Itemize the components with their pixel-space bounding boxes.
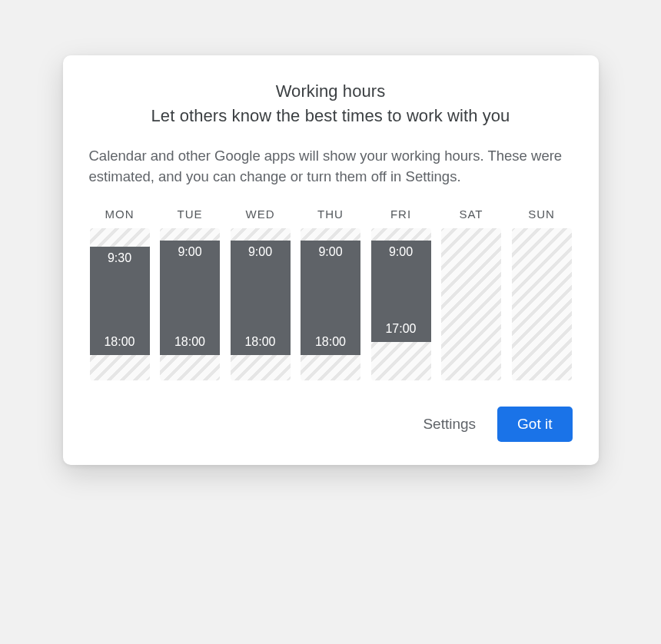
work-end-time: 18:00 [301,335,360,349]
day-label: MON [105,207,135,221]
work-end-time: 18:00 [90,335,150,349]
working-hours-block: 9:00 18:00 [301,241,360,355]
week-schedule: MON 9:30 18:00 TUE 9:00 18:00 WED [89,207,573,380]
work-end-time: 17:00 [371,322,431,336]
work-start-time: 9:00 [301,245,360,259]
day-bar [441,228,501,380]
day-label: SAT [459,207,483,221]
day-column-sat: SAT [440,207,502,380]
dialog-description: Calendar and other Google apps will show… [89,146,573,188]
day-label: FRI [390,207,411,221]
day-column-wed: WED 9:00 18:00 [230,207,291,380]
work-start-time: 9:30 [90,251,150,265]
working-hours-dialog: Working hours Let others know the best t… [63,55,599,465]
work-end-time: 18:00 [231,335,291,349]
day-label: WED [246,207,275,221]
day-column-fri: FRI 9:00 17:00 [370,207,432,380]
work-start-time: 9:00 [231,245,291,259]
dialog-subtitle: Let others know the best times to work w… [89,106,573,126]
day-bar: 9:00 18:00 [160,228,220,380]
day-label: THU [317,207,344,221]
dialog-actions: Settings Got it [89,407,573,442]
dialog-title: Working hours [89,81,573,101]
day-bar: 9:00 17:00 [371,228,431,380]
day-label: TUE [178,207,203,221]
day-column-mon: MON 9:30 18:00 [89,207,151,380]
work-end-time: 18:00 [160,335,220,349]
day-label: SUN [528,207,555,221]
settings-button[interactable]: Settings [418,410,480,439]
work-start-time: 9:00 [160,245,220,259]
working-hours-block: 9:30 18:00 [90,247,150,354]
working-hours-block: 9:00 17:00 [371,241,431,342]
day-column-tue: TUE 9:00 18:00 [159,207,221,380]
day-bar: 9:00 18:00 [301,228,360,380]
day-bar: 9:30 18:00 [90,228,150,380]
day-bar [512,228,572,380]
work-start-time: 9:00 [371,245,431,259]
got-it-button[interactable]: Got it [497,407,572,442]
day-bar: 9:00 18:00 [231,228,291,380]
day-column-sun: SUN [511,207,573,380]
day-column-thu: THU 9:00 18:00 [300,207,361,380]
working-hours-block: 9:00 18:00 [160,241,220,355]
working-hours-block: 9:00 18:00 [231,241,291,355]
